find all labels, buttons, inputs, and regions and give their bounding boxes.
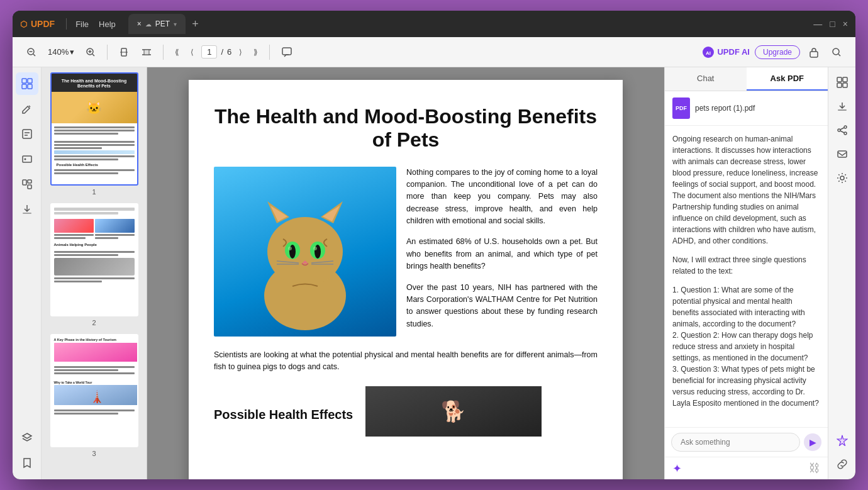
ai-file-header: PDF pets report (1).pdf xyxy=(665,91,828,126)
zoom-value: 140% xyxy=(48,47,69,57)
ai-chat-body[interactable]: Ongoing research on human-animal interac… xyxy=(665,126,828,427)
thumb-line xyxy=(54,208,135,211)
ai-sparkle-icon[interactable]: ✦ xyxy=(672,462,682,476)
updf-ai-text: UPDF AI xyxy=(717,47,750,57)
comment-button[interactable] xyxy=(277,44,296,60)
thumbnail-item-1[interactable]: The Health and Mood-Boosting Benefits of… xyxy=(47,72,142,196)
right-settings-icon[interactable] xyxy=(832,168,852,188)
zoom-dropdown-icon: ▾ xyxy=(70,47,74,57)
ai-send-button[interactable]: ▶ xyxy=(804,433,821,451)
thumb-line xyxy=(54,372,135,374)
thumb-section-3: A Key Phase in the History of Tourism xyxy=(52,335,137,343)
prev-page-button[interactable]: ⟨ xyxy=(187,45,198,59)
tab-cloud-icon: ☁ xyxy=(145,21,152,28)
sidebar-organize-icon[interactable] xyxy=(16,173,38,196)
menu-help[interactable]: Help xyxy=(99,19,116,29)
fit-height-icon xyxy=(119,47,129,57)
sidebar-edit-icon[interactable] xyxy=(16,97,38,120)
right-thumbnail-icon[interactable] xyxy=(832,72,852,92)
zoom-in-button[interactable] xyxy=(82,45,99,60)
tab-pet[interactable]: × ☁ PET ▾ xyxy=(128,14,186,34)
fit-width-icon xyxy=(142,47,152,57)
pdf-viewer[interactable]: The Health and Mood-Boosting Benefits of… xyxy=(147,67,664,479)
svg-rect-22 xyxy=(23,130,31,138)
sidebar-thumbnail-icon[interactable] xyxy=(16,72,38,95)
ai-message-text-1: Ongoing research on human-animal interac… xyxy=(672,135,818,245)
zoom-out-button[interactable] xyxy=(23,45,40,60)
zoom-out-icon xyxy=(26,47,36,57)
svg-rect-48 xyxy=(837,77,842,82)
ai-input-field[interactable] xyxy=(671,433,800,452)
sidebar-bookmark-icon[interactable] xyxy=(16,452,38,474)
svg-point-59 xyxy=(840,176,844,180)
lock-button[interactable] xyxy=(805,44,823,60)
sidebar-extract-icon[interactable] xyxy=(16,198,38,221)
maximize-button[interactable]: □ xyxy=(830,19,835,29)
sidebar-layers-icon[interactable] xyxy=(16,426,38,449)
thumbnail-img-2[interactable]: Animals Helping People xyxy=(50,203,138,316)
thumb-two-col-2 xyxy=(52,218,137,242)
updf-ai-label: AI UPDF AI xyxy=(702,46,750,58)
tab-chevron-icon: ▾ xyxy=(174,21,177,28)
search-toolbar-button[interactable] xyxy=(828,45,845,60)
thumb-img-small-2a xyxy=(54,219,94,233)
close-button[interactable]: × xyxy=(843,19,848,29)
thumb-line xyxy=(54,212,118,214)
ai-link-icon[interactable]: ⛓ xyxy=(809,462,820,475)
next-page-button[interactable]: ⟩ xyxy=(235,45,246,59)
svg-rect-12 xyxy=(282,48,291,55)
thumb-line xyxy=(54,413,118,415)
tab-add-button[interactable]: + xyxy=(188,18,203,31)
thumb-sub-3: Why to Take a World Tour xyxy=(52,380,137,385)
sidebar-annotate-icon[interactable] xyxy=(16,123,38,145)
pdf-file-icon: PDF xyxy=(672,97,690,119)
ai-panel: Chat Ask PDF PDF pets report (1).pdf Ong… xyxy=(664,67,828,479)
thumb-line xyxy=(54,159,118,160)
toolbar-divider-2 xyxy=(163,45,164,60)
brand-name: UPDF xyxy=(31,19,55,29)
right-mail-icon[interactable] xyxy=(832,144,852,164)
thumbnail-img-1[interactable]: The Health and Mood-Boosting Benefits of… xyxy=(50,72,138,186)
minimize-button[interactable]: — xyxy=(813,19,822,29)
window-controls: — □ × xyxy=(813,19,848,29)
fit-width-button[interactable] xyxy=(138,45,155,60)
app-brand: ⬡ UPDF xyxy=(20,19,55,29)
tab-ask-pdf[interactable]: Ask PDF xyxy=(747,67,828,91)
left-sidebar xyxy=(13,67,42,479)
ai-message-2: Now, I will extract three single questio… xyxy=(672,254,820,277)
thumb-lines-1: Possible Health Effects xyxy=(52,123,137,177)
pdf-para-1: Nothing compares to the joy of coming ho… xyxy=(406,167,598,228)
right-share-icon[interactable] xyxy=(832,120,852,140)
svg-point-55 xyxy=(844,132,847,135)
thumb-col-2b xyxy=(95,219,135,240)
svg-rect-18 xyxy=(22,79,26,83)
thumbnail-item-2[interactable]: Animals Helping People 2 xyxy=(47,203,142,326)
thumbnail-img-3[interactable]: A Key Phase in the History of Tourism Wh… xyxy=(50,334,138,447)
svg-rect-28 xyxy=(28,180,31,183)
first-page-button[interactable]: ⟪ xyxy=(171,45,183,59)
svg-rect-20 xyxy=(22,84,26,89)
thumb-line xyxy=(54,141,135,143)
thumbnail-item-3[interactable]: A Key Phase in the History of Tourism Wh… xyxy=(47,334,142,457)
right-link2-icon[interactable] xyxy=(832,454,852,474)
thumb-img-small-2b xyxy=(95,219,135,233)
menu-file[interactable]: File xyxy=(75,19,89,29)
right-download-icon[interactable] xyxy=(832,96,852,116)
thumb-col-2a xyxy=(54,219,94,240)
thumbnail-panel: The Health and Mood-Boosting Benefits of… xyxy=(42,67,147,479)
thumb-line xyxy=(54,155,135,157)
thumb-line xyxy=(54,254,118,256)
close-icon[interactable]: × xyxy=(137,19,142,28)
brand-divider xyxy=(66,18,67,30)
tab-chat[interactable]: Chat xyxy=(665,67,747,91)
upgrade-button[interactable]: Upgrade xyxy=(755,45,800,59)
thumb-line xyxy=(54,277,135,279)
fit-height-button[interactable] xyxy=(115,45,133,60)
zoom-level[interactable]: 140% ▾ xyxy=(45,46,77,58)
last-page-button[interactable]: ⟫ xyxy=(250,45,262,59)
sidebar-form-icon[interactable] xyxy=(16,148,38,170)
send-icon: ▶ xyxy=(810,437,816,447)
right-sparkle-icon[interactable] xyxy=(832,430,852,450)
svg-line-57 xyxy=(840,131,844,133)
svg-point-53 xyxy=(844,126,847,128)
